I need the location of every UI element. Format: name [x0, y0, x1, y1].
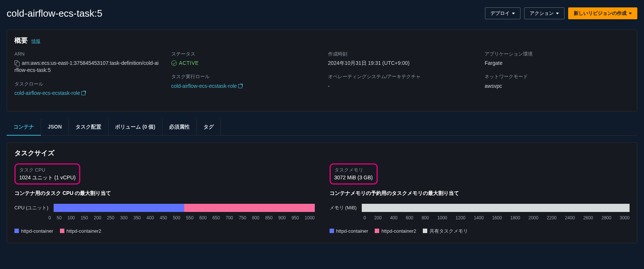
- task-cpu-highlight: タスク CPU 1024 ユニット (1 vCPU): [14, 163, 80, 185]
- tick-label: 550: [186, 215, 193, 221]
- legend-item: httpd-container2: [375, 228, 416, 235]
- chevron-down-icon: [629, 13, 632, 14]
- chevron-down-icon: [512, 13, 515, 14]
- tick-label: 300: [120, 215, 128, 221]
- info-link[interactable]: 情報: [31, 38, 40, 44]
- external-link-icon: [81, 91, 85, 95]
- external-link-icon: [238, 84, 242, 88]
- tick-label: 650: [212, 215, 220, 221]
- network-mode-value: awsvpc: [485, 83, 630, 90]
- tick-label: 1400: [474, 215, 484, 221]
- tick-label: 1800: [510, 215, 520, 221]
- copy-icon[interactable]: [14, 60, 20, 66]
- os-arch-value: -: [328, 83, 473, 90]
- tick-label: 950: [291, 215, 299, 221]
- tabs: コンテナ JSON タスク配置 ボリューム (0 個) 必須属性 タグ: [7, 119, 637, 136]
- create-revision-button[interactable]: 新しいリビジョンの作成: [568, 7, 637, 19]
- legend-swatch-blue: [330, 229, 334, 233]
- mem-ticks: 0200400600800100012001400160018002000220…: [364, 215, 630, 221]
- tick-label: 600: [199, 215, 207, 221]
- task-role-link[interactable]: cold-airflow-ecs-ecstask-role: [14, 90, 85, 96]
- legend-text: httpd-container: [336, 228, 368, 234]
- tick-label: 3000: [620, 215, 630, 221]
- legend-item: httpd-container: [14, 228, 53, 235]
- check-circle-icon: [171, 60, 177, 66]
- tab-volumes[interactable]: ボリューム (0 個): [108, 119, 162, 136]
- tick-label: 800: [252, 215, 259, 221]
- legend-item: 共有タスクメモリ: [423, 228, 468, 235]
- tick-label: 200: [94, 215, 101, 221]
- page-title: cold-airflow-ecs-task:5: [7, 7, 102, 20]
- bar-segment: [54, 204, 184, 212]
- task-memory-label: タスクメモリ: [334, 167, 373, 173]
- tab-tags[interactable]: タグ: [197, 119, 221, 136]
- tick-label: 400: [390, 215, 397, 221]
- legend-swatch-pink: [375, 229, 379, 233]
- deploy-dropdown[interactable]: デプロイ: [485, 7, 520, 19]
- tick-label: 2000: [529, 215, 539, 221]
- task-memory-highlight: タスクメモリ 3072 MiB (3 GB): [330, 163, 378, 185]
- cpu-bar: [54, 204, 315, 212]
- tick-label: 1600: [492, 215, 502, 221]
- tick-label: 50: [57, 215, 61, 221]
- tick-label: 850: [265, 215, 273, 221]
- tick-label: 750: [239, 215, 246, 221]
- tab-required-attributes[interactable]: 必須属性: [162, 119, 197, 136]
- tick-label: 100: [67, 215, 75, 221]
- mem-axis-label: メモリ (MiB): [330, 205, 357, 211]
- os-arch-label: オペレーティングシステム/アーキテクチャ: [328, 73, 473, 80]
- task-size-title: タスクサイズ: [14, 149, 54, 158]
- arn-text: arn:aws:ecs:us-east-1:375845453107:task-…: [14, 60, 159, 73]
- tick-label: 700: [226, 215, 233, 221]
- header-actions: デプロイ アクション 新しいリビジョンの作成: [485, 7, 637, 19]
- task-role-text: cold-airflow-ecs-ecstask-role: [14, 90, 80, 96]
- task-memory-column: タスクメモリ 3072 MiB (3 GB) コンテナメモリの予約用のタスクメモ…: [330, 163, 630, 235]
- tab-container[interactable]: コンテナ: [7, 119, 41, 136]
- overview-title: 概要: [14, 36, 28, 45]
- task-memory-value: 3072 MiB (3 GB): [334, 174, 373, 182]
- arn-value: arn:aws:ecs:us-east-1:375845453107:task-…: [14, 60, 159, 74]
- status-label: ステータス: [171, 51, 316, 57]
- exec-role-link[interactable]: cold-airflow-ecs-ecstask-role: [171, 83, 242, 89]
- tick-label: 600: [406, 215, 413, 221]
- tick-label: 2400: [565, 215, 575, 221]
- tick-label: 150: [81, 215, 88, 221]
- tick-label: 0: [364, 215, 366, 221]
- legend-item: httpd-container2: [60, 228, 101, 235]
- app-env-value: Fargate: [485, 60, 630, 67]
- created-label: 作成時刻: [328, 51, 473, 57]
- legend-text: 共有タスクメモリ: [429, 228, 468, 234]
- overview-panel: 概要 情報 ARN arn:aws:ecs:us-east-1:37584545…: [7, 30, 637, 111]
- create-revision-label: 新しいリビジョンの作成: [574, 10, 627, 17]
- tab-placement[interactable]: タスク配置: [69, 119, 108, 136]
- app-env-label: アプリケーション環境: [485, 51, 630, 57]
- tick-label: 400: [146, 215, 154, 221]
- cpu-legend: httpd-container httpd-container2: [14, 228, 315, 235]
- legend-swatch-pink: [60, 229, 64, 233]
- tick-label: 1000: [305, 215, 315, 221]
- tab-json[interactable]: JSON: [41, 119, 69, 136]
- mem-legend: httpd-container httpd-container2 共有タスクメモ…: [330, 228, 630, 235]
- tick-label: 350: [133, 215, 141, 221]
- cpu-ticks: 0501001502002503003504004505005506006507…: [48, 215, 315, 221]
- actions-dropdown[interactable]: アクション: [524, 7, 564, 19]
- tick-label: 900: [279, 215, 286, 221]
- tick-label: 0: [48, 215, 51, 221]
- tick-label: 2800: [601, 215, 611, 221]
- tick-label: 2200: [547, 215, 557, 221]
- task-role-label: タスクロール: [14, 81, 159, 87]
- tick-label: 450: [160, 215, 167, 221]
- task-cpu-value: 1024 ユニット (1 vCPU): [19, 174, 75, 182]
- legend-text: httpd-container: [21, 228, 53, 234]
- created-value: 2024年10月31日 19:31 (UTC+9:00): [328, 60, 473, 67]
- tick-label: 250: [107, 215, 114, 221]
- tick-label: 2600: [583, 215, 593, 221]
- exec-role-text: cold-airflow-ecs-ecstask-role: [171, 83, 237, 89]
- tick-label: 200: [374, 215, 382, 221]
- task-size-panel: タスクサイズ タスク CPU 1024 ユニット (1 vCPU) コンテナ用の…: [7, 142, 637, 243]
- task-cpu-label: タスク CPU: [19, 167, 75, 173]
- bar-segment: [184, 204, 315, 212]
- mem-bar: [362, 204, 630, 212]
- legend-text: httpd-container2: [381, 228, 416, 234]
- tick-label: 1000: [437, 215, 447, 221]
